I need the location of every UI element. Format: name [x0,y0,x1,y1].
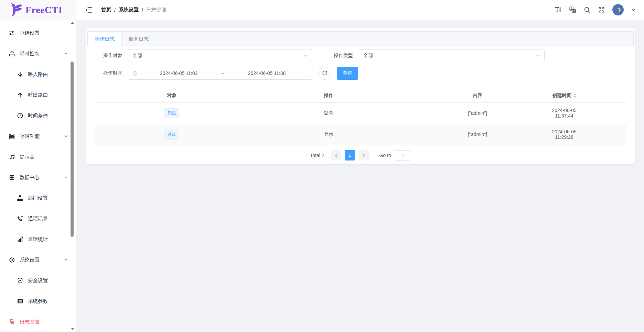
breadcrumb: 首页 / 系统设置 / 日志管理 [101,7,166,13]
date-range-separator: - [220,70,226,76]
operation-type-label: 操作类型 [334,53,353,59]
reset-button[interactable] [318,67,331,80]
sidebar-item-log-management[interactable]: 日志管理 [0,311,76,332]
column-content: 内容 [408,89,547,102]
breadcrumb-current: 日志管理 [146,7,166,13]
chevron-up-icon [64,52,68,56]
table-header-row: 对象 操作 内容 创建时间 [95,89,626,102]
sidebar-item-label: 呼叫功能 [20,133,40,140]
breadcrumb-separator: / [142,7,143,13]
column-action: 操作 [249,89,408,102]
arrow-up-icon [17,92,23,98]
breadcrumb-home[interactable]: 首页 [101,7,111,13]
filter-row-2: 操作时间 2024-06-05 11:03 - 2024-06-05 11:38… [86,67,635,80]
created-time-cell: 2024-06-05 11:29:28 [547,124,626,145]
sidebar-scrollbar[interactable] [70,20,75,331]
sidebar-item-call-statistics[interactable]: 通话统计 [0,229,76,250]
pagination: Total 2 1 Go to [86,150,635,161]
operation-object-select[interactable]: 全部 [128,49,312,62]
scrollbar-up-arrow[interactable] [71,22,74,24]
operation-log-table: 对象 操作 内容 创建时间 系统 登录 ["admin"] 2024-06-05… [95,89,626,145]
sidebar-item-inbound-route[interactable]: 呼入路由 [0,64,76,85]
sidebar-item-trunk-settings[interactable]: 中继设置 [0,23,76,43]
chevron-down-icon [535,53,540,58]
menu-fold-icon[interactable] [85,6,93,14]
sliders-icon [9,30,15,36]
chevron-down-icon [303,53,308,58]
copy-document-icon [9,319,15,325]
prev-page-button[interactable] [331,150,341,161]
sidebar-item-prompt-tones[interactable]: 提示音 [0,146,76,167]
goto-page-input[interactable] [395,150,411,161]
brand-name: FreeCTI [25,4,62,15]
operation-object-label: 操作对象 [103,53,122,59]
sidebar-item-call-features[interactable]: 呼叫功能 [0,126,76,146]
router-icon [9,51,15,57]
goto-label: Go to [379,153,391,158]
operation-time-range-picker[interactable]: 2024-06-05 11:03 - 2024-06-05 11:38 [128,67,312,80]
page-1-button[interactable]: 1 [345,150,355,161]
column-object: 对象 [95,89,249,102]
database-icon [9,174,15,181]
sidebar-menu: 中继设置 呼叫控制 呼入路由 呼出路由 [0,23,76,332]
object-tag[interactable]: 系统 [164,130,179,140]
top-header: 首页 / 系统设置 / 日志管理 [76,0,644,20]
chevron-down-icon[interactable] [631,7,636,12]
operation-object-value: 全部 [132,53,142,59]
sidebar-item-system-parameters[interactable]: 系统参数 [0,291,76,311]
sidebar-item-label: 数据中心 [20,174,40,181]
sidebar-item-label: 安全设置 [28,277,48,284]
phone-icon [17,215,23,222]
sidebar-item-data-center[interactable]: 数据中心 [0,167,76,188]
next-page-button[interactable] [358,150,369,161]
operation-type-select[interactable]: 全部 [359,49,545,62]
start-date-value[interactable]: 2024-06-05 11:03 [138,70,220,76]
sidebar-item-label: 通话记录 [28,215,48,222]
object-tag[interactable]: 系统 [164,108,179,118]
chevron-left-icon [334,153,338,157]
user-avatar[interactable] [612,4,624,15]
sidebar-item-call-records[interactable]: 通话记录 [0,208,76,229]
sitemap-icon [17,195,23,201]
fullscreen-icon[interactable] [598,6,605,13]
sidebar-item-label: 呼出路由 [28,92,48,98]
search-button[interactable]: 查询 [337,67,358,80]
sort-carets-icon[interactable] [573,93,576,98]
server-icon [9,133,15,140]
sidebar-item-label: 中继设置 [20,30,40,36]
table-row: 系统 登录 ["admin"] 2024-06-05 11:29:28 [95,124,626,145]
sidebar-item-time-condition[interactable]: 时间条件 [0,105,76,126]
scrollbar-thumb[interactable] [71,62,74,237]
brand-bird-icon [10,3,23,17]
scrollbar-down-arrow[interactable] [71,328,74,330]
avatar-moon-icon [616,8,621,12]
log-management-card: 操作日志 服务日志 操作对象 全部 操作类型 全部 操作时间 2024-06-0… [86,28,635,164]
chevron-up-icon [64,258,68,262]
sidebar-item-outbound-route[interactable]: 呼出路由 [0,85,76,105]
font-size-icon[interactable] [555,6,562,13]
end-date-value[interactable]: 2024-06-05 11:38 [226,70,308,76]
sidebar-item-call-control[interactable]: 呼叫控制 [0,43,76,64]
chart-icon [17,236,23,243]
sidebar-item-label: 系统设置 [20,257,40,263]
sidebar-item-label: 呼叫控制 [20,51,40,57]
gear-icon [9,257,15,263]
tab-service-log[interactable]: 服务日志 [122,32,155,46]
tab-operation-log[interactable]: 操作日志 [88,32,122,46]
sidebar-item-label: 系统参数 [28,298,48,305]
column-created-time[interactable]: 创建时间 [547,89,626,102]
sidebar-item-label: 日志管理 [20,319,40,325]
breadcrumb-system-settings[interactable]: 系统设置 [119,7,139,13]
sidebar-item-label: 部门设置 [28,195,48,201]
content-cell: ["admin"] [408,102,547,124]
sidebar-item-label: 通话统计 [28,236,48,243]
search-icon[interactable] [583,6,591,13]
sidebar-item-label: 时间条件 [28,112,48,119]
sidebar-item-security-settings[interactable]: 安全设置 [0,270,76,291]
sidebar-item-department-settings[interactable]: 部门设置 [0,188,76,208]
chevron-down-icon [64,134,68,138]
clock-icon [132,71,138,76]
sidebar-item-system-settings[interactable]: 系统设置 [0,250,76,270]
table-row: 系统 登录 ["admin"] 2024-06-05 11:37:44 [95,102,626,124]
translate-icon[interactable] [569,6,576,13]
